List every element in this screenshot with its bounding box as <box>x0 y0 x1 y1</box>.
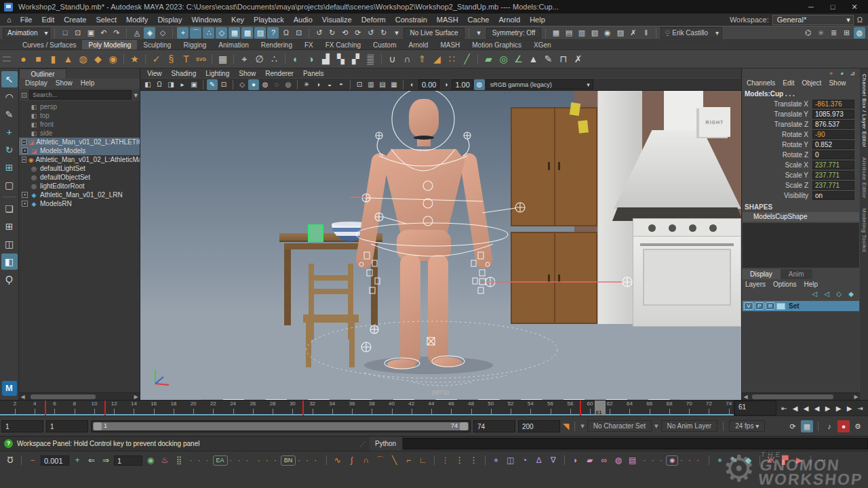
channel-row-translate-x[interactable]: Translate X-861.376 <box>742 99 860 109</box>
save-scene-icon[interactable]: ▣ <box>85 27 96 39</box>
outliner-item-defaultlightset[interactable]: ◎defaultLightSet <box>19 164 140 173</box>
lighting-icon[interactable]: ☀ <box>301 79 312 90</box>
move-layer-up-icon[interactable]: ◁ <box>810 289 819 299</box>
shelf-tab-animation[interactable]: Animation <box>212 40 254 49</box>
render-current-frame-icon[interactable]: ▦ <box>550 27 561 39</box>
channel-box-menu-show[interactable]: Show <box>825 78 849 88</box>
viewport-menu-lighting[interactable]: Lighting <box>201 70 233 77</box>
xray-icon[interactable]: ▥ <box>366 79 376 90</box>
viewport-menu-show[interactable]: Show <box>235 70 260 77</box>
crease-tool-icon[interactable]: ∠ <box>511 52 526 66</box>
channel-box-object-name[interactable]: Models:Cup . . . <box>742 88 860 99</box>
expand-icon[interactable]: + <box>22 192 28 198</box>
channel-value-field[interactable]: 876.537 <box>812 120 854 129</box>
cut-render-icon[interactable]: ✗ <box>627 27 639 39</box>
menu-file[interactable]: File <box>16 16 37 24</box>
go-to-end-button[interactable]: ⇥ <box>855 403 865 414</box>
channel-row-rotate-y[interactable]: Rotate Y0.852 <box>742 140 860 150</box>
shelf-tab-sculpting[interactable]: Sculpting <box>137 40 177 49</box>
tween-increment-button[interactable]: + <box>71 454 83 466</box>
history-on-icon[interactable]: ⟲ <box>339 27 351 39</box>
channel-value-field[interactable]: 237.771 <box>812 171 854 180</box>
menu-deform[interactable]: Deform <box>357 16 391 24</box>
remesh-icon[interactable]: ✗ <box>571 52 585 66</box>
snap-to-grids-icon[interactable]: + <box>177 27 189 39</box>
shelf-tab-arnold[interactable]: Arnold <box>402 40 434 49</box>
snap-help-icon[interactable]: ? <box>267 27 279 39</box>
timeline-ticks[interactable]: 2468101214161820222426283032343638404244… <box>0 401 734 415</box>
menu-audio[interactable]: Audio <box>289 16 317 24</box>
outliner-menu-help[interactable]: Help <box>77 79 98 88</box>
snap-to-projected-center-icon[interactable]: ◇ <box>216 27 227 39</box>
expand-icon[interactable]: + <box>22 148 28 154</box>
layer-toggle-v[interactable]: V <box>744 302 753 310</box>
center-pivot-icon[interactable]: ∴ <box>267 52 281 66</box>
snap-to-view-planes-icon[interactable]: ▦ <box>229 27 240 39</box>
key-green-icon[interactable]: ⋮ <box>468 454 480 466</box>
polygon-type-icon[interactable]: T <box>179 52 193 66</box>
separate-icon[interactable]: ▚ <box>334 52 348 66</box>
layer-editor-menu-layers[interactable]: Layers <box>742 279 769 289</box>
lock-camera-icon[interactable]: Ω <box>154 79 165 90</box>
egg-timer-icon[interactable]: ◗ <box>570 454 582 466</box>
shadows-icon[interactable]: ◑ <box>313 79 323 90</box>
outliner-item-athletic-man-v01-02-lrn[interactable]: +◆Athletic_Man_v01_02_LRN <box>19 190 140 199</box>
animbot-logo-icon[interactable]: Ʊ <box>4 454 16 466</box>
search-input[interactable]: Search... <box>29 90 132 100</box>
combine-icon[interactable]: ▟ <box>319 52 333 66</box>
tangent-flat-icon[interactable]: ⌒ <box>374 454 387 466</box>
rig-controls-overlay[interactable] <box>140 91 741 400</box>
symmetry-tool-icon[interactable]: ⊓ <box>556 52 570 66</box>
outliner-hscrollbar[interactable]: ◀ ▶ <box>19 392 140 400</box>
range-end-handle[interactable] <box>460 422 468 430</box>
rebuild-icon[interactable]: ↻ <box>378 27 389 39</box>
ipr-render-icon[interactable]: ▤ <box>563 27 574 39</box>
channel-row-translate-z[interactable]: Translate Z876.537 <box>742 119 860 129</box>
image-plane-icon[interactable]: ▣ <box>189 79 199 90</box>
home-icon[interactable]: ⌂ <box>3 16 16 24</box>
layout-four-pane[interactable]: ⊞ <box>1 218 18 235</box>
poly-torus-icon[interactable]: ◍ <box>76 52 90 66</box>
channel-value-field[interactable]: -861.376 <box>812 100 854 108</box>
pink-slider[interactable]: · · ·◉· · · <box>641 455 704 466</box>
scale-tool[interactable]: ⊞ <box>1 159 18 176</box>
fill-hole-icon[interactable]: ▞ <box>349 52 363 66</box>
poly-sphere-icon[interactable]: ● <box>16 52 31 66</box>
menu-display[interactable]: Display <box>153 16 186 24</box>
menu-set-dropdown[interactable]: Animation▾ <box>3 28 50 39</box>
maximize-button[interactable]: □ <box>823 3 842 12</box>
walk-cycle-icon[interactable]: ∆ <box>533 454 545 466</box>
layer-editor-menu-help[interactable]: Help <box>800 279 821 289</box>
channel-row-scale-x[interactable]: Scale X237.771 <box>742 160 860 170</box>
blend-slider[interactable]: · · ·BN· · · <box>255 455 321 466</box>
outliner-item-modelsrn[interactable]: +◆ModelsRN <box>19 199 140 208</box>
symmetry-dropdown-icon[interactable]: ▾ <box>473 27 485 39</box>
pan-zoom-icon[interactable]: ⊡ <box>218 79 229 90</box>
keys-grid-icon[interactable]: ▨ <box>254 27 266 39</box>
redo-icon[interactable]: ↷ <box>111 27 122 39</box>
workspace-dropdown[interactable]: General*▾ <box>772 15 854 25</box>
new-scene-icon[interactable]: □ <box>59 27 71 39</box>
expand-icon[interactable]: + <box>22 139 26 145</box>
toggle-tool-settings-icon[interactable]: ◍ <box>854 27 865 39</box>
outliner-menu-show[interactable]: Show <box>52 79 76 88</box>
outliner-item-athletic-man-v01-02-l-athletic-ma[interactable]: +◪Athletic_Man_v01_02_L:ATHLETIC_MA <box>19 138 140 146</box>
live-surface-field[interactable]: No Live Surface <box>403 28 464 39</box>
boolean-difference-icon[interactable]: ∩ <box>400 52 414 66</box>
anim-layer-dropdown[interactable]: No Anim Layer <box>661 420 718 432</box>
scroll-left-icon[interactable]: ◀ <box>19 394 26 400</box>
vertical-tab-attribute-editor[interactable]: Attribute Editor <box>861 157 867 199</box>
shelf-tab-custom[interactable]: Custom <box>367 40 402 49</box>
toggle-modeling-toolkit-icon[interactable]: ⌬ <box>802 27 814 39</box>
mute-audio-icon[interactable]: ♪ <box>823 420 835 432</box>
mirror-pose-icon[interactable]: ◔ <box>519 454 531 466</box>
construction-plane-icon[interactable]: ⌖ <box>237 52 252 66</box>
symmetry-field[interactable]: Symmetry: Off <box>486 28 542 39</box>
layer-from-selected-icon[interactable]: ◆ <box>846 289 856 299</box>
select-camera-icon[interactable]: ◧ <box>142 79 153 90</box>
render-settings-icon[interactable]: ▧ <box>589 27 600 39</box>
current-frame-indicator[interactable]: 61 <box>595 401 606 415</box>
layout-outliner-persp[interactable]: ◧ <box>1 253 18 270</box>
animation-end-field[interactable]: 200 <box>518 420 560 432</box>
textured-icon[interactable]: ◍ <box>260 79 271 90</box>
